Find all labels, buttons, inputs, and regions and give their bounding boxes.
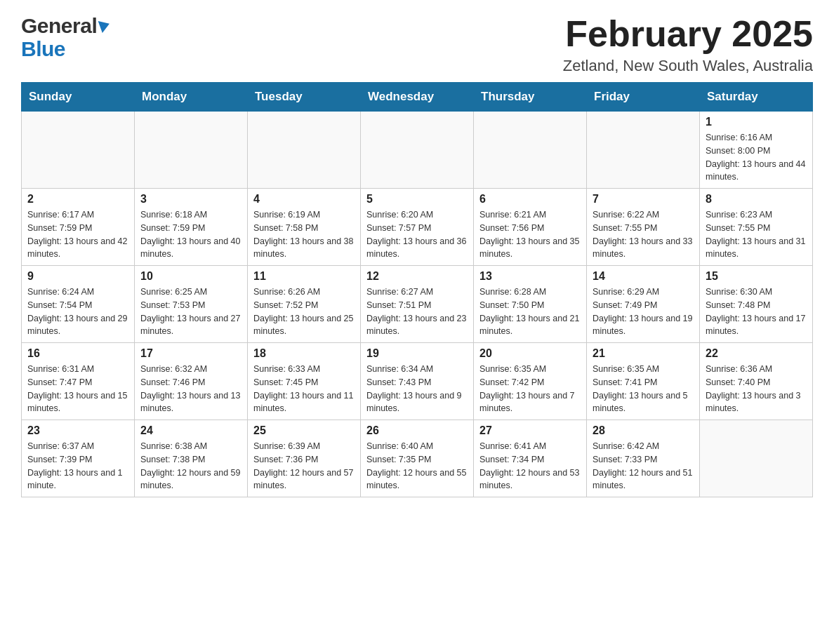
calendar-cell: 2Sunrise: 6:17 AMSunset: 7:59 PMDaylight… <box>22 189 135 266</box>
weekday-header-friday: Friday <box>587 83 700 112</box>
day-number: 26 <box>366 424 468 437</box>
calendar-cell <box>700 420 813 497</box>
day-number: 14 <box>593 270 694 283</box>
day-number: 24 <box>140 424 241 437</box>
day-info: Sunset: 7:34 PM <box>479 453 581 467</box>
day-number: 21 <box>593 347 694 360</box>
day-number: 7 <box>593 193 694 206</box>
calendar-cell: 14Sunrise: 6:29 AMSunset: 7:49 PMDayligh… <box>587 266 700 343</box>
day-number: 18 <box>253 347 355 360</box>
calendar-cell: 24Sunrise: 6:38 AMSunset: 7:38 PMDayligh… <box>135 420 248 497</box>
day-info: Sunrise: 6:35 AM <box>593 363 694 376</box>
day-info: Daylight: 13 hours and 42 minutes. <box>27 235 128 262</box>
weekday-header-saturday: Saturday <box>700 83 813 112</box>
day-info: Sunrise: 6:37 AM <box>27 440 128 453</box>
calendar-cell: 27Sunrise: 6:41 AMSunset: 7:34 PMDayligh… <box>474 420 587 497</box>
day-info: Daylight: 13 hours and 33 minutes. <box>593 235 694 262</box>
day-info: Daylight: 13 hours and 38 minutes. <box>253 235 355 262</box>
logo-general: General <box>21 14 110 37</box>
day-info: Sunset: 7:33 PM <box>593 453 694 467</box>
day-info: Daylight: 13 hours and 3 minutes. <box>706 389 807 416</box>
day-info: Daylight: 13 hours and 15 minutes. <box>27 389 128 416</box>
day-info: Sunset: 7:58 PM <box>253 222 355 235</box>
day-number: 4 <box>253 193 355 206</box>
day-number: 11 <box>253 270 355 283</box>
day-info: Sunrise: 6:31 AM <box>27 363 128 376</box>
calendar-cell: 17Sunrise: 6:32 AMSunset: 7:46 PMDayligh… <box>135 343 248 420</box>
day-info: Daylight: 13 hours and 19 minutes. <box>593 312 694 339</box>
calendar-cell <box>587 112 700 189</box>
day-number: 1 <box>706 116 807 128</box>
day-info: Sunset: 7:42 PM <box>479 376 581 389</box>
day-info: Sunrise: 6:18 AM <box>140 208 241 222</box>
day-info: Sunset: 7:36 PM <box>253 453 355 467</box>
day-info: Daylight: 13 hours and 29 minutes. <box>27 312 128 339</box>
day-number: 5 <box>366 193 468 206</box>
day-number: 13 <box>479 270 581 283</box>
calendar-cell: 8Sunrise: 6:23 AMSunset: 7:55 PMDaylight… <box>700 189 813 266</box>
day-info: Daylight: 12 hours and 59 minutes. <box>140 467 241 493</box>
day-info: Sunrise: 6:36 AM <box>706 363 807 376</box>
day-info: Daylight: 13 hours and 35 minutes. <box>479 235 581 262</box>
day-number: 16 <box>27 347 128 360</box>
calendar-cell: 5Sunrise: 6:20 AMSunset: 7:57 PMDaylight… <box>361 189 474 266</box>
day-info: Daylight: 13 hours and 13 minutes. <box>140 389 241 416</box>
day-info: Sunrise: 6:41 AM <box>479 440 581 453</box>
calendar-cell: 20Sunrise: 6:35 AMSunset: 7:42 PMDayligh… <box>474 343 587 420</box>
day-info: Sunrise: 6:21 AM <box>479 208 581 222</box>
day-info: Daylight: 13 hours and 23 minutes. <box>366 312 468 339</box>
calendar-cell: 25Sunrise: 6:39 AMSunset: 7:36 PMDayligh… <box>248 420 361 497</box>
day-info: Sunrise: 6:19 AM <box>253 208 355 222</box>
day-info: Sunset: 7:47 PM <box>27 376 128 389</box>
day-info: Sunrise: 6:39 AM <box>253 440 355 453</box>
day-info: Sunset: 7:41 PM <box>593 376 694 389</box>
day-number: 23 <box>27 424 128 437</box>
calendar-cell <box>361 112 474 189</box>
day-number: 17 <box>140 347 241 360</box>
day-info: Sunset: 7:48 PM <box>706 299 807 312</box>
day-info: Sunset: 7:54 PM <box>27 299 128 312</box>
day-info: Sunset: 7:38 PM <box>140 453 241 467</box>
day-info: Sunset: 8:00 PM <box>706 145 807 158</box>
day-number: 9 <box>27 270 128 283</box>
calendar-cell: 12Sunrise: 6:27 AMSunset: 7:51 PMDayligh… <box>361 266 474 343</box>
day-number: 8 <box>706 193 807 206</box>
calendar-cell: 10Sunrise: 6:25 AMSunset: 7:53 PMDayligh… <box>135 266 248 343</box>
day-info: Sunrise: 6:17 AM <box>27 208 128 222</box>
day-info: Sunrise: 6:16 AM <box>706 131 807 145</box>
weekday-header-tuesday: Tuesday <box>248 83 361 112</box>
day-info: Sunrise: 6:20 AM <box>366 208 468 222</box>
location-title: Zetland, New South Wales, Australia <box>563 57 813 75</box>
calendar-cell <box>248 112 361 189</box>
calendar-cell: 28Sunrise: 6:42 AMSunset: 7:33 PMDayligh… <box>587 420 700 497</box>
day-number: 3 <box>140 193 241 206</box>
calendar-cell: 9Sunrise: 6:24 AMSunset: 7:54 PMDaylight… <box>22 266 135 343</box>
day-info: Sunrise: 6:26 AM <box>253 286 355 299</box>
day-number: 28 <box>593 424 694 437</box>
day-number: 6 <box>479 193 581 206</box>
calendar-cell: 11Sunrise: 6:26 AMSunset: 7:52 PMDayligh… <box>248 266 361 343</box>
day-info: Daylight: 13 hours and 21 minutes. <box>479 312 581 339</box>
day-info: Daylight: 13 hours and 25 minutes. <box>253 312 355 339</box>
day-info: Sunset: 7:59 PM <box>140 222 241 235</box>
day-info: Daylight: 12 hours and 57 minutes. <box>253 467 355 493</box>
day-info: Sunrise: 6:29 AM <box>593 286 694 299</box>
weekday-header-monday: Monday <box>135 83 248 112</box>
day-info: Daylight: 13 hours and 7 minutes. <box>479 389 581 416</box>
day-info: Sunset: 7:57 PM <box>366 222 468 235</box>
day-info: Sunrise: 6:23 AM <box>706 208 807 222</box>
weekday-header-thursday: Thursday <box>474 83 587 112</box>
day-info: Sunrise: 6:42 AM <box>593 440 694 453</box>
calendar-cell: 6Sunrise: 6:21 AMSunset: 7:56 PMDaylight… <box>474 189 587 266</box>
day-info: Sunrise: 6:24 AM <box>27 286 128 299</box>
day-info: Daylight: 13 hours and 11 minutes. <box>253 389 355 416</box>
calendar-cell: 19Sunrise: 6:34 AMSunset: 7:43 PMDayligh… <box>361 343 474 420</box>
calendar-cell: 18Sunrise: 6:33 AMSunset: 7:45 PMDayligh… <box>248 343 361 420</box>
day-info: Daylight: 13 hours and 1 minute. <box>27 467 128 493</box>
calendar-week-row: 2Sunrise: 6:17 AMSunset: 7:59 PMDaylight… <box>22 189 813 266</box>
calendar-body: 1Sunrise: 6:16 AMSunset: 8:00 PMDaylight… <box>22 112 813 497</box>
title-section: February 2025 Zetland, New South Wales, … <box>563 14 813 75</box>
day-info: Sunset: 7:49 PM <box>593 299 694 312</box>
day-info: Sunrise: 6:33 AM <box>253 363 355 376</box>
calendar-cell <box>474 112 587 189</box>
